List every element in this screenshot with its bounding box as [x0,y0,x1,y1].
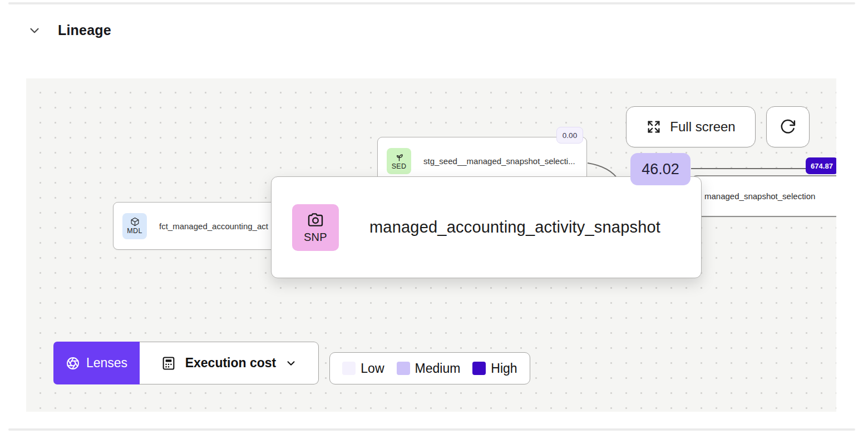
downstream-node-name: managed_snapshot_selection [704,191,815,201]
chevron-down-icon [285,357,297,369]
cost-legend: Low Medium High [329,352,530,384]
edge-cost-badge-high: 674.87 [806,157,836,174]
chevron-down-icon [27,23,42,38]
sprout-icon [394,152,404,162]
seed-type-badge: SED [387,148,411,174]
edge-cost-badge-medium: 46.02 [630,153,691,185]
full-screen-button[interactable]: Full screen [626,106,756,147]
legend-item-medium: Medium [397,361,461,376]
legend-label-high: High [491,361,517,376]
legend-label-medium: Medium [415,361,461,376]
bottom-divider [8,428,855,431]
lineage-panel: Lineage SED stg_seed__managed_snapshot_s… [0,0,868,444]
model-type-badge: MDL [122,213,147,239]
aperture-icon [66,356,80,371]
lenses-button[interactable]: Lenses [53,342,140,384]
model-type-label: MDL [127,227,142,235]
lenses-button-label: Lenses [86,356,127,371]
snapshot-type-badge: SNP [292,204,339,251]
top-divider [8,2,855,4]
lens-select-dropdown[interactable]: Execution cost [140,342,319,384]
snapshot-node-name: managed_accounting_activity_snapshot [369,218,660,236]
model-node-name: fct_managed_accounting_act [159,221,268,231]
page-title: Lineage [58,22,111,38]
legend-item-low: Low [342,361,384,376]
legend-label-low: Low [361,361,384,376]
camera-icon [307,211,324,229]
calculator-icon [161,356,176,371]
lineage-canvas[interactable]: SED stg_seed__managed_snapshot_selecti..… [26,78,836,412]
legend-swatch-low [342,362,356,375]
seed-node-name: stg_seed__managed_snapshot_selecti... [423,156,575,166]
refresh-button[interactable] [766,106,810,147]
legend-swatch-high [472,362,486,375]
refresh-icon [780,119,796,135]
legend-swatch-medium [397,362,410,375]
lenses-bar: Lenses Execution cost [53,342,319,384]
node-model[interactable]: MDL fct_managed_accounting_act [113,202,285,250]
legend-item-high: High [472,361,517,376]
selected-lens-label: Execution cost [185,356,277,371]
node-downstream[interactable]: managed_snapshot_selection [692,175,836,217]
node-cost-badge-low: 0.00 [556,127,583,144]
expand-arrows-icon [646,119,662,135]
seed-type-label: SED [392,162,407,170]
snapshot-type-label: SNP [304,231,327,244]
node-snapshot-card[interactable]: SNP managed_accounting_activity_snapshot [271,176,702,278]
collapse-section-button[interactable] [27,23,42,38]
full-screen-label: Full screen [670,119,735,135]
cube-icon [130,217,140,226]
section-header: Lineage [27,22,111,38]
